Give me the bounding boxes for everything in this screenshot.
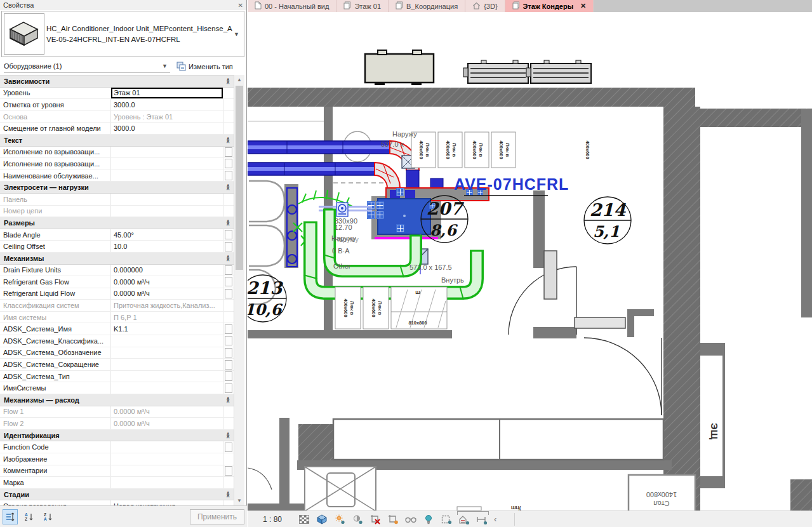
prop-value[interactable] (110, 335, 223, 347)
view-scale[interactable]: 1 : 80 (263, 515, 292, 524)
room-tag-207[interactable]: 207 8,6 (421, 196, 468, 243)
scroll-up-icon[interactable]: ▲ (234, 75, 244, 84)
prop-section-header[interactable]: Зависимости∧∧ (0, 76, 234, 88)
collapse-chevron-icon[interactable]: ∧∧ (226, 397, 230, 403)
prop-value[interactable] (110, 170, 223, 182)
collapse-chevron-icon[interactable]: ∧∧ (226, 256, 230, 261)
window-band[interactable] (333, 419, 663, 460)
palette-scrollbar[interactable]: ▲ ▼ (234, 75, 244, 505)
detail-level-icon[interactable] (298, 514, 310, 525)
flange-grip[interactable] (376, 211, 384, 219)
flange-grip[interactable] (368, 211, 375, 219)
view-tab[interactable]: В_Координация (389, 0, 465, 12)
prop-value[interactable]: 3000.0 (110, 99, 223, 110)
pipe-manifold[interactable] (287, 188, 297, 267)
prop-value[interactable]: Этаж 01 (110, 88, 223, 99)
prop-value[interactable]: 0.0000 м³/ч (110, 418, 223, 429)
outdoor-unit-large[interactable] (365, 50, 434, 85)
prop-value[interactable]: 3000.0 (110, 123, 223, 134)
shadows-icon[interactable] (352, 514, 363, 525)
section-marker-icon[interactable] (336, 203, 348, 217)
prop-value[interactable]: 10.0 (110, 241, 223, 252)
prop-associate-button[interactable] (225, 230, 232, 239)
prop-value[interactable]: Приточная жидкость,Канализ... (110, 300, 223, 311)
vertical-duct-2[interactable] (430, 178, 443, 189)
table-symbol[interactable]: Стол 1400x800 (629, 475, 695, 510)
type-selector[interactable]: HC_Air Conditioner_Indoor Unit_MEPconten… (1, 11, 244, 57)
collapse-chevron-icon[interactable]: ∧∧ (226, 492, 230, 497)
tab-close-icon[interactable]: ✕ (580, 2, 586, 10)
prop-value[interactable]: 45.00° (110, 229, 223, 241)
prop-value[interactable]: 0.0000 м³/ч (110, 288, 223, 300)
prop-value[interactable] (110, 441, 223, 453)
prop-associate-button[interactable] (225, 289, 232, 298)
collapse-chevron-icon[interactable]: ∧∧ (226, 433, 230, 438)
selection-filter-combo[interactable]: Оборудование (1) ▼ (4, 60, 170, 73)
sun-path-icon[interactable] (334, 514, 345, 525)
radiator[interactable] (575, 317, 625, 328)
prop-associate-button[interactable] (225, 466, 232, 476)
view-tab[interactable]: 00 - Начальный вид (248, 0, 336, 12)
sort-ascending-button[interactable]: A Z (22, 509, 37, 524)
crop-region-icon[interactable] (387, 514, 399, 525)
equipment-tag[interactable]: AVE-07HCFRL (454, 175, 569, 196)
apply-button[interactable]: Применить (190, 509, 244, 524)
prop-section-header[interactable]: Размеры∧∧ (0, 217, 234, 229)
shaft-symbol[interactable] (305, 467, 376, 510)
sort-descending-button[interactable]: Z A (41, 509, 56, 524)
prop-associate-button[interactable] (225, 324, 232, 334)
prop-associate-button[interactable] (225, 348, 232, 357)
room-tag-213[interactable]: 213 10,6 (248, 275, 286, 322)
sort-default-button[interactable] (3, 509, 18, 524)
prop-value[interactable] (110, 147, 223, 158)
collapse-chevron-icon[interactable]: ∧∧ (226, 79, 230, 84)
radiator-vertical[interactable] (544, 251, 557, 299)
prop-section-header[interactable]: Электросети — нагрузки∧∧ (0, 182, 234, 194)
prop-value[interactable]: П 6,Р 1 (110, 312, 223, 323)
collapse-chevron-icon[interactable]: ∧∧ (226, 220, 230, 225)
temporary-view-properties-icon[interactable] (441, 514, 452, 525)
view-tab[interactable]: Этаж Кондеры✕ (505, 0, 594, 12)
prop-associate-button[interactable] (225, 159, 232, 168)
prop-associate-button[interactable] (225, 265, 232, 275)
palette-close-icon[interactable]: ✕ (238, 2, 243, 9)
view-tab[interactable]: Этаж 01 (336, 0, 389, 12)
reveal-constraints-icon[interactable] (476, 514, 488, 526)
prop-associate-button[interactable] (225, 371, 232, 381)
prop-section-header[interactable]: Стадии∧∧ (0, 489, 234, 501)
prop-associate-button[interactable] (225, 277, 232, 286)
scroll-down-icon[interactable]: ▼ (234, 496, 244, 505)
prop-section-header[interactable]: Текст∧∧ (0, 135, 234, 147)
displaced-elements-icon[interactable] (458, 514, 470, 526)
grip-top[interactable] (397, 189, 404, 196)
visual-style-icon[interactable] (316, 514, 328, 525)
prop-associate-button[interactable] (225, 443, 232, 452)
prop-associate-button[interactable] (225, 242, 232, 251)
scrollbar-thumb[interactable] (236, 86, 243, 270)
supply-duct-lower[interactable] (248, 163, 375, 175)
prop-section-header[interactable]: Механизмы — расход∧∧ (0, 394, 234, 406)
prop-associate-button[interactable] (225, 384, 232, 393)
collapse-chevron-icon[interactable]: ∧∧ (226, 185, 230, 190)
room-tag-214[interactable]: 214 5,1 (584, 197, 631, 244)
prop-value[interactable] (110, 453, 223, 465)
collapse-chevron-icon[interactable]: ‹ (494, 514, 496, 524)
prop-value[interactable]: 0.0000 м³/ч (110, 276, 223, 288)
view-tab[interactable]: {3D} (465, 0, 505, 12)
prop-value[interactable] (110, 206, 223, 217)
prop-value[interactable] (110, 158, 223, 170)
prop-value[interactable] (110, 371, 223, 382)
prop-section-header[interactable]: Механизмы∧∧ (0, 253, 234, 265)
prop-associate-button[interactable] (225, 360, 232, 370)
flange-grip[interactable] (368, 202, 375, 210)
prop-value[interactable] (110, 465, 223, 477)
flange-grip[interactable] (376, 202, 384, 210)
crop-view-icon[interactable] (369, 514, 381, 525)
prop-value[interactable] (110, 347, 223, 359)
prop-associate-button[interactable] (225, 336, 232, 345)
prop-value[interactable]: Уровень : Этаж 01 (110, 111, 223, 123)
prop-value[interactable]: 0.000000 (110, 265, 223, 276)
supply-duct-upper[interactable] (248, 141, 390, 154)
edit-type-button[interactable]: Изменить тип (176, 62, 233, 71)
prop-value[interactable]: 0.0000 м³/ч (110, 406, 223, 418)
